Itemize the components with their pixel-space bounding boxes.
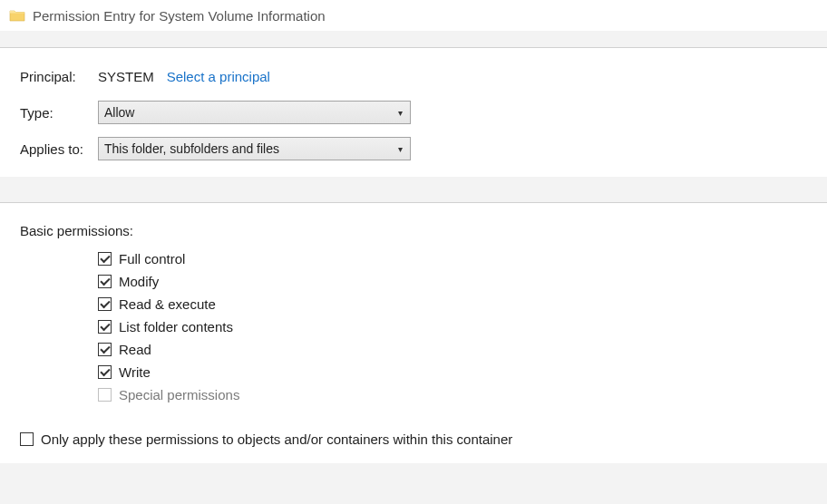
permission-item: List folder contents [98,319,807,334]
permission-label: Full control [119,251,185,267]
applies-combo-value: This folder, subfolders and files [104,141,279,156]
permission-label: Write [119,364,151,380]
type-combo-value: Allow [104,105,134,120]
permission-label: Read & execute [119,296,216,312]
permission-item: Read [98,342,807,357]
permission-checkbox[interactable] [98,275,112,288]
permission-label: Modify [119,274,159,289]
chevron-down-icon: ▾ [398,144,403,154]
principal-panel: Principal: SYSTEM Select a principal Typ… [0,47,827,177]
select-principal-link[interactable]: Select a principal [167,69,270,84]
principal-row: Principal: SYSTEM Select a principal [20,64,807,88]
permission-checkbox[interactable] [98,320,112,334]
type-label: Type: [20,105,98,121]
window-title: Permission Entry for System Volume Infor… [33,8,326,24]
folder-icon [9,7,25,24]
permission-item: Special permissions [98,387,807,402]
permission-label: Special permissions [119,387,239,402]
permission-checkbox [98,388,112,402]
permission-checkbox[interactable] [98,252,112,266]
permission-label: List folder contents [119,319,233,334]
principal-value: SYSTEM [98,69,154,84]
permission-checkbox[interactable] [98,343,112,356]
only-apply-label: Only apply these permissions to objects … [41,431,512,447]
permission-item: Read & execute [98,296,807,312]
permission-label: Read [119,342,151,357]
permission-checkbox[interactable] [98,365,112,379]
chevron-down-icon: ▾ [398,108,403,118]
applies-label: Applies to: [20,141,98,157]
permission-checkbox[interactable] [98,297,112,311]
permission-item: Write [98,364,807,380]
permissions-list: Full controlModifyRead & executeList fol… [98,251,807,402]
only-apply-row: Only apply these permissions to objects … [20,431,807,447]
permission-item: Modify [98,274,807,289]
permission-item: Full control [98,251,807,267]
permissions-section-title: Basic permissions: [20,223,807,238]
applies-row: Applies to: This folder, subfolders and … [20,137,807,160]
applies-combo[interactable]: This folder, subfolders and files ▾ [98,137,411,160]
type-combo[interactable]: Allow ▾ [98,101,411,124]
type-row: Type: Allow ▾ [20,101,807,124]
title-bar: Permission Entry for System Volume Infor… [0,0,827,31]
principal-label: Principal: [20,69,98,84]
permissions-section: Basic permissions: Full controlModifyRea… [0,202,827,463]
only-apply-checkbox[interactable] [20,432,34,446]
